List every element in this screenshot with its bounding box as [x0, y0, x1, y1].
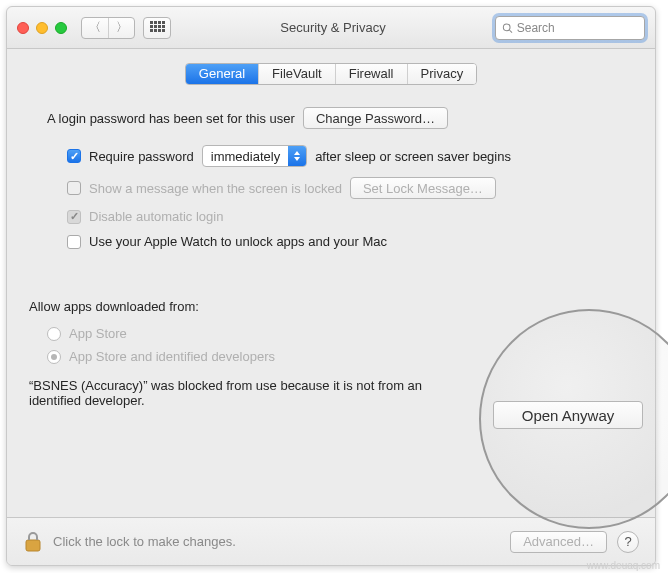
show-all-button[interactable]	[143, 17, 171, 39]
show-message-label: Show a message when the screen is locked	[89, 181, 342, 196]
radio-appstore	[47, 327, 61, 341]
allow-apps-label: Allow apps downloaded from:	[29, 299, 633, 314]
titlebar: 〈 〉 Security & Privacy	[7, 7, 655, 49]
radio-row-identified: App Store and identified developers	[47, 349, 633, 364]
apple-watch-row: Use your Apple Watch to unlock apps and …	[67, 234, 633, 249]
radio-identified	[47, 350, 61, 364]
require-password-delay-select[interactable]: immediately	[202, 145, 307, 167]
radio-identified-label: App Store and identified developers	[69, 349, 275, 364]
svg-rect-2	[26, 540, 40, 551]
window-controls	[17, 22, 67, 34]
require-password-checkbox[interactable]	[67, 149, 81, 163]
select-value: immediately	[203, 149, 288, 164]
allow-apps-radiogroup: App Store App Store and identified devel…	[47, 326, 633, 364]
search-icon	[502, 22, 513, 34]
preferences-window: 〈 〉 Security & Privacy General FileVault…	[6, 6, 656, 566]
blocked-app-message: “BSNES (Accuracy)” was blocked from use …	[29, 378, 459, 408]
zoom-window-button[interactable]	[55, 22, 67, 34]
show-message-row: Show a message when the screen is locked…	[67, 177, 633, 199]
lock-icon[interactable]	[23, 530, 43, 554]
login-password-row: A login password has been set for this u…	[47, 107, 633, 129]
back-button[interactable]: 〈	[82, 18, 108, 38]
svg-line-1	[509, 30, 512, 33]
minimize-window-button[interactable]	[36, 22, 48, 34]
advanced-button[interactable]: Advanced…	[510, 531, 607, 553]
lock-text: Click the lock to make changes.	[53, 534, 500, 549]
search-field[interactable]	[495, 16, 645, 40]
change-password-button[interactable]: Change Password…	[303, 107, 448, 129]
content-area: General FileVault Firewall Privacy A log…	[7, 49, 655, 517]
footer: Click the lock to make changes. Advanced…	[7, 517, 655, 565]
tab-privacy[interactable]: Privacy	[407, 64, 477, 84]
apple-watch-label: Use your Apple Watch to unlock apps and …	[89, 234, 387, 249]
disable-auto-login-checkbox	[67, 210, 81, 224]
tab-general[interactable]: General	[186, 64, 258, 84]
watermark: www.deuaq.com	[587, 560, 660, 571]
set-lock-message-button: Set Lock Message…	[350, 177, 496, 199]
disable-auto-login-row: Disable automatic login	[67, 209, 633, 224]
require-password-row: Require password immediately after sleep…	[67, 145, 633, 167]
window-title: Security & Privacy	[179, 20, 487, 35]
close-window-button[interactable]	[17, 22, 29, 34]
search-input[interactable]	[517, 21, 638, 35]
nav-back-forward: 〈 〉	[81, 17, 135, 39]
apple-watch-checkbox[interactable]	[67, 235, 81, 249]
require-password-tail: after sleep or screen saver begins	[315, 149, 511, 164]
svg-point-0	[503, 23, 510, 30]
forward-button[interactable]: 〉	[108, 18, 134, 38]
open-anyway-button[interactable]: Open Anyway	[493, 401, 643, 429]
login-password-text: A login password has been set for this u…	[47, 111, 295, 126]
require-password-label: Require password	[89, 149, 194, 164]
radio-row-appstore: App Store	[47, 326, 633, 341]
tab-firewall[interactable]: Firewall	[335, 64, 407, 84]
chevron-up-down-icon	[288, 146, 306, 166]
disable-auto-login-label: Disable automatic login	[89, 209, 223, 224]
tab-filevault[interactable]: FileVault	[258, 64, 335, 84]
radio-appstore-label: App Store	[69, 326, 127, 341]
grid-icon	[150, 21, 164, 35]
show-message-checkbox	[67, 181, 81, 195]
help-button[interactable]: ?	[617, 531, 639, 553]
tab-bar: General FileVault Firewall Privacy	[29, 63, 633, 85]
